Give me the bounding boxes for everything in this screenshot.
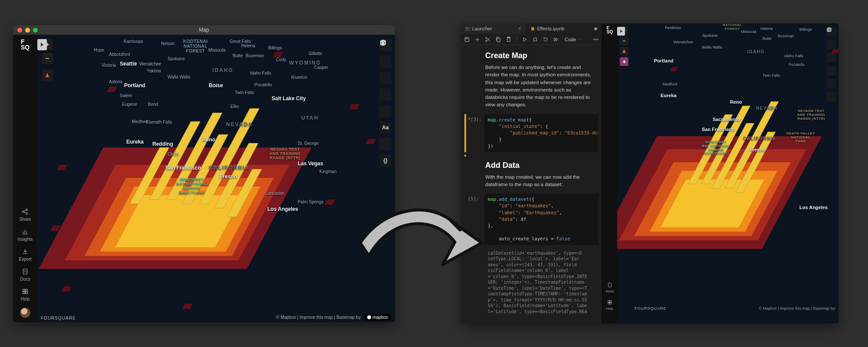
city-twinfalls: Twin Falls	[235, 90, 254, 95]
code-cell-3[interactable]: *[3]: map.create_map({ "initial_state": …	[464, 114, 598, 152]
m-nevada: NEVADA	[756, 106, 778, 111]
mini-measure[interactable]	[826, 92, 836, 101]
svg-rect-42	[608, 301, 610, 302]
map-canvas[interactable]: + − Aa {} Seattle Portland Boise Salt La…	[37, 35, 395, 322]
json-button[interactable]: {}	[379, 154, 391, 167]
stop-button[interactable]	[532, 36, 539, 43]
city-abbotsford: Abbotsford	[109, 52, 130, 57]
mini-compass[interactable]	[620, 47, 628, 56]
mini-panel-toggle[interactable]	[617, 27, 625, 36]
ruler-icon	[826, 27, 832, 33]
svg-rect-14	[56, 165, 67, 170]
unsaved-dot-icon	[594, 27, 597, 30]
left-sidebar: F SQ Share Insights Export	[13, 35, 37, 322]
restart-button[interactable]	[542, 36, 549, 43]
add-cell-button[interactable]	[474, 36, 481, 43]
m-helena: Helena	[760, 26, 773, 31]
m-eureka: Eureka	[661, 93, 677, 98]
svg-rect-46	[670, 67, 678, 71]
heading-add-data: Add Data	[485, 161, 592, 170]
ruler-icon	[379, 39, 387, 46]
city-idahofalls: Idaho Falls	[250, 71, 271, 75]
svg-rect-41	[608, 283, 611, 287]
mini-3d[interactable]	[826, 40, 836, 49]
city-eureka: Eureka	[126, 139, 144, 145]
measure-button[interactable]	[379, 138, 391, 150]
share-button[interactable]: Share	[20, 208, 31, 222]
city-lv: Las Vegas	[298, 160, 323, 167]
more-button[interactable]	[592, 36, 599, 43]
chart-tool-button[interactable]	[379, 105, 391, 117]
save-button[interactable]	[464, 36, 470, 43]
svg-rect-10	[349, 104, 360, 109]
svg-rect-13	[182, 304, 193, 309]
run-all-button[interactable]	[552, 36, 559, 43]
mini-list[interactable]	[826, 66, 836, 75]
city-greatfalls: Great Falls	[230, 39, 251, 44]
jupyter-window: Launcher × Effects.ipynb Code	[461, 23, 838, 324]
mini-geocode[interactable]	[826, 53, 836, 62]
compass-icon	[46, 73, 49, 77]
mini-map-tools	[826, 27, 836, 101]
mini-chart[interactable]	[826, 79, 836, 88]
city-billings: Billings	[268, 46, 282, 50]
svg-rect-11	[50, 226, 61, 231]
geocode-button[interactable]	[379, 72, 391, 84]
docs-button[interactable]: Docs	[20, 268, 30, 282]
chevron-down-icon	[578, 37, 582, 41]
compass-button[interactable]	[42, 69, 53, 81]
m-fresno: Fresno	[750, 147, 766, 152]
notebook-file-icon	[530, 26, 535, 31]
foursquare-watermark: FOURSQUARE	[41, 316, 76, 321]
panel-toggle-button[interactable]	[37, 39, 47, 50]
m-wenatchee: Wenatchee	[674, 40, 693, 44]
svg-rect-37	[534, 38, 537, 41]
mapbox-logo[interactable]: mapbox	[364, 314, 391, 321]
cut-button[interactable]	[484, 36, 491, 43]
cell-type-select[interactable]: Code	[565, 37, 582, 42]
city-wenatchee: Wenatchee	[139, 62, 161, 66]
region-nevadatest: NEVADA TEST AND TRAINING RANGE (NTTR)	[270, 147, 301, 160]
city-eugene: Eugene	[122, 102, 137, 107]
city-yakima: Yakima	[147, 69, 161, 73]
city-la: Los Angeles	[267, 206, 298, 212]
list-button[interactable]	[379, 88, 391, 101]
export-button[interactable]: Export	[19, 248, 32, 262]
share-icon	[21, 208, 29, 216]
svg-point-40	[597, 39, 598, 39]
tab-effects[interactable]: Effects.ipynb	[526, 23, 602, 34]
help-button[interactable]: Help	[21, 288, 30, 301]
svg-rect-6	[23, 292, 25, 294]
mini-foursquare-logo: FSQ	[607, 26, 613, 34]
paste-button[interactable]	[505, 36, 512, 43]
mini-docs-button[interactable]: Docs	[606, 282, 614, 293]
run-button[interactable]	[521, 36, 528, 43]
transition-arrow	[352, 191, 490, 295]
svg-rect-16	[61, 286, 72, 291]
insights-button[interactable]: Insights	[18, 228, 33, 242]
mini-map-canvas[interactable]: + − ✦ Penticton Spokane Walla Walla Wena…	[617, 23, 838, 324]
m-ntest: NEVADA TEST AND TRAINING RANGE (NTTR)	[797, 109, 825, 121]
cell-modified-bar	[464, 114, 466, 152]
zoom-out-button[interactable]: −	[42, 53, 53, 64]
mini-help-button[interactable]: Help	[606, 299, 613, 311]
state-wyoming: WYOMING	[289, 60, 321, 66]
city-chico: Chico	[168, 152, 179, 157]
close-tab-icon[interactable]: ×	[518, 26, 521, 32]
text-button[interactable]: Aa	[379, 121, 391, 134]
copy-button[interactable]	[495, 36, 502, 43]
city-bend: Bend	[148, 102, 158, 107]
3d-button[interactable]	[379, 56, 391, 68]
region-kootenai: KOOTENAI NATIONAL FOREST	[183, 39, 208, 53]
paragraph-create-map: Before we can do anything, let's create …	[485, 64, 592, 109]
code-5[interactable]: map.add_dataset({ "id": "earthquakes", "…	[484, 193, 598, 245]
city-victoria: Victoria	[102, 63, 116, 68]
code-3[interactable]: map.create_map({ "initial_state": { "pub…	[484, 114, 598, 152]
city-kingman: Kingman	[319, 169, 336, 174]
m-missoula: Missoula	[741, 29, 756, 34]
tab-launcher[interactable]: Launcher ×	[461, 23, 526, 34]
city-kamloops: Kamloops	[124, 39, 143, 44]
mini-tool-button[interactable]: ✦	[620, 57, 628, 66]
mini-zoom-out[interactable]: −	[620, 36, 628, 45]
user-avatar[interactable]	[20, 308, 30, 318]
